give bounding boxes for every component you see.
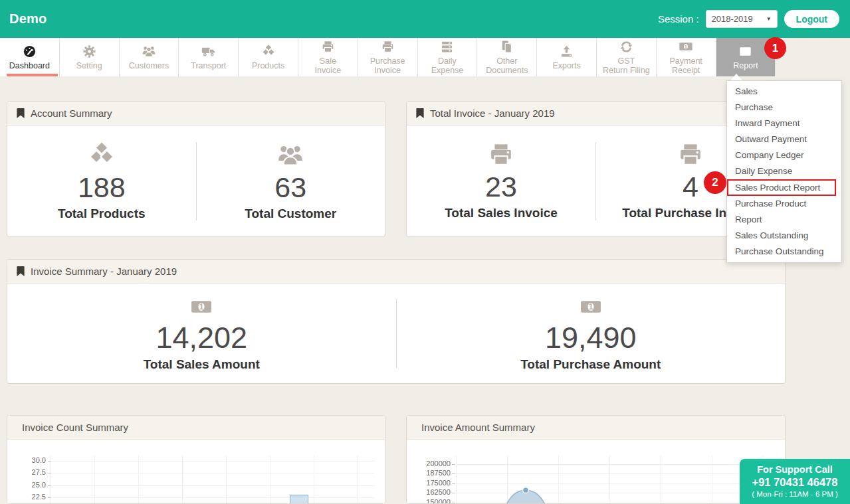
tab-label: Payment Receipt	[669, 56, 702, 75]
stat-total-sales-invoice: 23 Total Sales Invoice	[407, 126, 595, 236]
report-menu-item[interactable]: Daily Expense	[727, 163, 841, 179]
refresh-icon	[619, 40, 633, 54]
tab-label: Sale Invoice	[315, 56, 342, 75]
panel-title: Invoice Count Summary	[22, 422, 128, 433]
invoice-amount-chart: 200000187500175000162500150000	[407, 440, 785, 503]
y-axis-tick-label: 27.5	[18, 468, 46, 476]
tab-label: Purchase Invoice	[370, 56, 405, 75]
tab-exports[interactable]: Exports	[537, 38, 597, 76]
report-menu-item[interactable]: Purchase Product Report	[727, 196, 841, 228]
support-hours: ( Mon-Fri : 11AM - 6 PM )	[740, 490, 850, 498]
stat-total-customer: 63 Total Customer	[197, 126, 385, 236]
report-menu-item[interactable]: Sales Product Report	[727, 179, 836, 196]
tab-sale-invoice[interactable]: Sale Invoice	[298, 38, 358, 76]
dashboard-screen: Demo Session : 2018-2019 ▼ Logout Dashbo…	[0, 0, 850, 504]
stat-total-sales-amount: 14,202 Total Sales Amount	[7, 284, 396, 383]
printer-icon	[381, 40, 395, 54]
app-header: Demo Session : 2018-2019 ▼ Logout	[0, 0, 850, 38]
tab-label: Report	[733, 61, 758, 70]
annotation-badge-1: 1	[764, 37, 786, 59]
report-menu-item[interactable]: Inward Payment	[727, 116, 841, 131]
tab-setting[interactable]: Setting	[60, 38, 120, 76]
printer-icon	[677, 141, 704, 168]
users-icon	[276, 141, 304, 169]
dashboard-gauge-icon	[23, 44, 37, 58]
truck-icon	[201, 44, 216, 58]
tab-transport[interactable]: Transport	[179, 38, 239, 76]
stat-value: 14,202	[156, 323, 247, 353]
tab-label: Customers	[129, 61, 169, 70]
stat-label: Total Purchase Amount	[520, 357, 661, 372]
tab-gst-return-filing[interactable]: GST Return Filing	[597, 38, 657, 76]
tab-label: Other Documents	[486, 56, 528, 75]
stat-label: Total Products	[58, 207, 146, 221]
panel-invoice-count-summary: Invoice Count Summary 30.027.525.022.5	[7, 415, 385, 504]
stat-total-purchase-amount: 19,490 Total Purchase Amount	[397, 284, 786, 383]
stat-label: Total Customer	[245, 207, 336, 221]
stat-value: 188	[78, 173, 126, 202]
list-rows-icon	[440, 40, 454, 54]
report-menu-item[interactable]: Purchase	[727, 100, 841, 116]
axis-tick	[48, 473, 51, 473]
tab-label: Setting	[76, 61, 102, 70]
support-banner: For Support Call +91 70431 46478 ( Mon-F…	[740, 459, 850, 504]
report-menu-item[interactable]: Sales	[727, 84, 841, 100]
session-select[interactable]: 2018-2019 ▼	[706, 10, 778, 28]
tab-label: Transport	[191, 61, 226, 70]
tab-dashboard[interactable]: Dashboard	[0, 38, 60, 76]
panel-title: Invoice Amount Summary	[421, 422, 535, 433]
logout-button[interactable]: Logout	[784, 10, 839, 28]
printer-icon	[488, 141, 514, 168]
panel-invoice-summary: Invoice Summary - January 2019 14,202 To…	[7, 259, 786, 384]
report-menu-item[interactable]: Outward Payment	[727, 131, 841, 147]
stat-label: Total Sales Invoice	[445, 206, 558, 220]
tab-label: Dashboard	[9, 61, 50, 70]
gridline	[51, 473, 374, 473]
tab-label: Exports	[552, 61, 580, 70]
panel-header: Invoice Amount Summary	[407, 416, 785, 440]
main-nav: Dashboard Setting Customers Transport Pr…	[0, 38, 850, 76]
money-bill-icon	[190, 295, 213, 318]
bookmark-icon	[17, 266, 25, 276]
tab-daily-expense[interactable]: Daily Expense	[418, 38, 478, 76]
dropdown-caret	[730, 74, 742, 80]
gear-icon	[82, 44, 96, 58]
chevron-down-icon: ▼	[766, 16, 772, 22]
tab-customers[interactable]: Customers	[120, 38, 179, 76]
tab-products[interactable]: Products	[239, 38, 298, 76]
tab-purchase-invoice[interactable]: Purchase Invoice	[358, 38, 418, 76]
tab-other-documents[interactable]: Other Documents	[477, 38, 537, 76]
nav-filler	[776, 38, 850, 76]
session-select-value: 2018-2019	[712, 14, 753, 24]
axis-tick	[48, 461, 51, 462]
report-menu-item[interactable]: Company Ledger	[727, 147, 841, 163]
y-axis-tick-label: 25.0	[18, 481, 46, 489]
panel-title: Account Summary	[31, 108, 112, 119]
gridline	[51, 461, 374, 462]
panel-body: 14,202 Total Sales Amount 19,490 Total P…	[7, 284, 785, 383]
printer-icon	[321, 40, 335, 54]
tab-label: Daily Expense	[431, 56, 464, 75]
area-series	[407, 440, 779, 504]
report-menu-item[interactable]: Purchase Outstanding	[727, 244, 841, 260]
panel-title: Invoice Summary - January 2019	[31, 266, 177, 277]
stat-label: Total Sales Amount	[144, 357, 260, 372]
gridline	[51, 485, 374, 486]
stat-total-products: 188 Total Products	[7, 126, 196, 236]
bar-series-point	[290, 495, 308, 504]
money-bill-icon	[679, 39, 693, 54]
tab-label: GST Return Filing	[603, 56, 650, 75]
cubes-icon	[88, 141, 116, 169]
invoice-count-chart: 30.027.525.022.5	[7, 440, 385, 503]
bookmark-icon	[416, 108, 424, 118]
panel-title: Total Invoice - January 2019	[430, 108, 555, 119]
session-label: Session :	[658, 13, 699, 25]
documents-icon	[500, 40, 514, 54]
tab-payment-receipt[interactable]: Payment Receipt	[657, 38, 716, 76]
newspaper-icon	[738, 44, 752, 58]
report-menu-item[interactable]: Sales Outstanding	[727, 228, 841, 244]
stat-value: 23	[485, 173, 517, 201]
support-line1: For Support Call	[740, 464, 850, 475]
report-dropdown: SalesPurchaseInward PaymentOutward Payme…	[726, 80, 842, 263]
panel-header: Account Summary	[7, 102, 385, 126]
